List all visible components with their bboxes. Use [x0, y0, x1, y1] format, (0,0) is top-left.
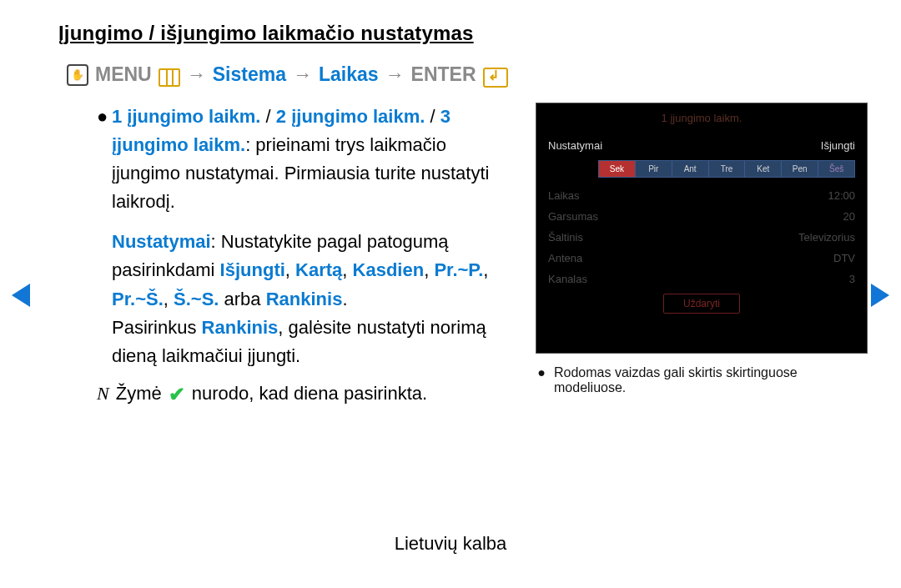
days-selector[interactable]: Sek Pir Ant Tre Ket Pen Šeš — [598, 160, 855, 178]
panel-row-label: Laikas — [548, 189, 580, 202]
nav-next-icon[interactable] — [871, 284, 889, 307]
enter-icon — [483, 68, 508, 88]
arrow-icon: → — [187, 63, 206, 86]
panel-row-value: 12:00 — [828, 189, 855, 202]
breadcrumb-laikas: Laikas — [319, 63, 379, 86]
panel-row: Garsumas 20 — [548, 210, 855, 223]
panel-row-value: DTV — [833, 252, 855, 264]
panel-footnote: ● Rodomas vaizdas gali skirtis skirtingu… — [536, 365, 868, 395]
arrow-icon: → — [385, 63, 405, 86]
note-pre: Žymė — [116, 379, 162, 408]
opt-prs: Pr.~Š. — [112, 289, 164, 309]
panel-row: Šaltinis Televizorius — [548, 231, 855, 244]
opt-isjungti: Išjungti — [220, 259, 285, 280]
timer1-label: 1 įjungimo laikm. — [112, 106, 260, 127]
menu-icon — [159, 68, 180, 87]
opt-karta: Kartą — [295, 259, 342, 280]
breadcrumb-menu: MENU — [95, 63, 152, 86]
panel-title: 1 įjungimo laikm. — [548, 112, 855, 124]
bullet-icon: ● — [97, 103, 112, 216]
breadcrumb-sistema: Sistema — [213, 63, 286, 86]
close-button[interactable]: Uždaryti — [663, 294, 740, 314]
opt-rankinis-2: Rankinis — [202, 317, 279, 338]
opt-rankinis: Rankinis — [266, 289, 343, 309]
note-line: N Žymė ✔ nurodo, kad diena pasirinkta. — [97, 379, 514, 410]
opt-prp: Pr.~P. — [434, 259, 483, 280]
day-cell[interactable]: Pir — [636, 160, 672, 178]
language-footer: Lietuvių kalba — [0, 533, 901, 555]
body-text: ● 1 įjungimo laikm. / 2 įjungimo laikm. … — [97, 103, 514, 410]
panel-row-setup[interactable]: Nustatymai Išjungti — [548, 139, 855, 152]
day-cell[interactable]: Sek — [599, 160, 636, 178]
opt-ss: Š.~S. — [174, 289, 219, 309]
breadcrumb: ✋ MENU → Sistema → Laikas → ENTER — [67, 63, 853, 86]
timer-settings-panel: 1 įjungimo laikm. Nustatymai Išjungti Se… — [536, 103, 868, 354]
panel-row: Antena DTV — [548, 252, 855, 264]
day-cell[interactable]: Ket — [745, 160, 782, 178]
checkmark-icon: ✔ — [169, 379, 185, 410]
day-cell[interactable]: Pen — [782, 160, 818, 178]
panel-setup-label: Nustatymai — [548, 139, 602, 152]
day-cell[interactable]: Ant — [672, 160, 709, 178]
arrow-icon: → — [293, 63, 312, 86]
panel-row: Laikas 12:00 — [548, 189, 855, 202]
panel-setup-value: Išjungti — [821, 139, 855, 152]
day-cell[interactable]: Šeš — [818, 160, 855, 178]
opt-kasdien: Kasdien — [353, 259, 425, 280]
panel-row-label: Kanalas — [548, 273, 587, 285]
page-title: Įjungimo / išjungimo laikmačio nustatyma… — [58, 22, 853, 45]
timer2-label: 2 įjungimo laikm. — [276, 106, 425, 127]
panel-footnote-text: Rodomas vaizdas gali skirtis skirtinguos… — [554, 365, 868, 395]
nav-prev-icon[interactable] — [12, 284, 30, 307]
panel-row-label: Šaltinis — [548, 231, 583, 244]
panel-row: Kanalas 3 — [548, 273, 855, 285]
note-n-icon: N — [97, 379, 109, 408]
breadcrumb-enter: ENTER — [411, 63, 476, 86]
panel-row-value: 20 — [843, 210, 855, 223]
panel-row-value: 3 — [849, 273, 855, 285]
nustatymai-label: Nustatymai — [112, 231, 211, 252]
panel-row-label: Antena — [548, 252, 582, 264]
hand-icon: ✋ — [67, 64, 88, 86]
bullet-icon: ● — [536, 365, 547, 395]
day-cell[interactable]: Tre — [709, 160, 746, 178]
panel-row-label: Garsumas — [548, 210, 598, 223]
panel-row-value: Televizorius — [798, 231, 855, 244]
note-post: nurodo, kad diena pasirinkta. — [192, 379, 428, 408]
